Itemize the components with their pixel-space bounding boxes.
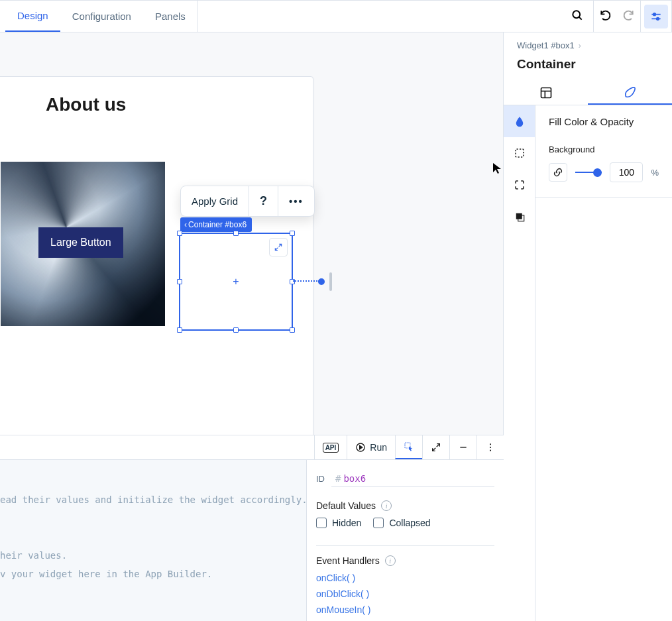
events-heading: Event Handlers i bbox=[316, 555, 494, 566]
help-button[interactable]: ? bbox=[249, 186, 278, 216]
undo-icon[interactable] bbox=[599, 9, 612, 24]
chevron-left-icon: ‹ bbox=[184, 220, 187, 229]
panel-tabs bbox=[504, 81, 672, 105]
id-field[interactable]: # box6 bbox=[331, 471, 494, 487]
event-onmousein[interactable]: onMouseIn( ) bbox=[316, 604, 494, 615]
api-icon: API bbox=[323, 443, 339, 453]
svg-line-7 bbox=[275, 248, 278, 251]
svg-line-17 bbox=[437, 444, 440, 447]
svg-line-18 bbox=[433, 448, 436, 451]
api-button[interactable]: API bbox=[314, 435, 347, 459]
fill-section: Fill Color & Opacity Background % bbox=[535, 105, 672, 198]
run-label: Run bbox=[370, 442, 387, 453]
slider-thumb[interactable] bbox=[593, 168, 602, 177]
inspector-panel: Widget1 #box1 › Container bbox=[504, 32, 672, 621]
resize-handle-nw[interactable] bbox=[177, 231, 182, 236]
rail-shadow[interactable] bbox=[504, 201, 535, 233]
event-ondblclick[interactable]: onDblClick( ) bbox=[316, 589, 494, 599]
bottom-panel: API Run ead their values and initialize … bbox=[0, 435, 504, 621]
chevron-right-icon: › bbox=[579, 41, 581, 50]
fill-section-title: Fill Color & Opacity bbox=[549, 116, 659, 127]
svg-marker-15 bbox=[360, 445, 363, 449]
info-icon[interactable]: i bbox=[385, 555, 396, 566]
code-editor[interactable]: ead their values and initialize the widg… bbox=[0, 460, 306, 621]
resize-handle-se[interactable] bbox=[290, 327, 295, 333]
rail-border[interactable] bbox=[504, 137, 535, 169]
more-actions-button[interactable] bbox=[476, 435, 504, 459]
bottom-toolbar: API Run bbox=[0, 435, 504, 460]
topbar-right bbox=[561, 1, 672, 32]
settings-sliders-icon[interactable] bbox=[644, 5, 668, 28]
undo-redo-group bbox=[593, 1, 640, 32]
tab-design[interactable]: Design bbox=[5, 1, 60, 32]
selection-chip-label: Container #box6 bbox=[188, 220, 247, 229]
more-icon: ••• bbox=[289, 196, 304, 207]
breadcrumb-item[interactable]: Widget1 #box1 bbox=[517, 40, 575, 50]
svg-rect-11 bbox=[516, 149, 524, 157]
top-bar: Design Configuration Panels bbox=[0, 0, 672, 32]
hidden-checkbox[interactable]: Hidden bbox=[316, 518, 361, 528]
svg-line-1 bbox=[579, 17, 582, 20]
svg-point-0 bbox=[573, 11, 580, 18]
tab-configuration[interactable]: Configuration bbox=[60, 1, 143, 32]
width-guide-handle[interactable] bbox=[329, 272, 332, 291]
id-hash: # bbox=[335, 473, 341, 484]
svg-point-4 bbox=[653, 13, 656, 15]
width-guide-dot[interactable] bbox=[318, 278, 325, 285]
svg-line-6 bbox=[279, 244, 282, 247]
defaults-heading: Default Values i bbox=[316, 500, 494, 511]
settings-group bbox=[640, 1, 672, 32]
selected-container[interactable]: + bbox=[179, 233, 293, 331]
expand-button[interactable] bbox=[422, 435, 449, 459]
color-link-button[interactable] bbox=[549, 163, 567, 182]
panel-title: Container bbox=[504, 53, 672, 81]
svg-point-5 bbox=[657, 17, 659, 20]
select-mode-button[interactable] bbox=[395, 435, 422, 459]
resize-handle-n[interactable] bbox=[233, 231, 239, 236]
rail-corners[interactable] bbox=[504, 169, 535, 201]
help-icon: ? bbox=[260, 194, 267, 208]
opacity-input[interactable] bbox=[610, 162, 643, 182]
checkbox-icon bbox=[316, 518, 327, 528]
zoom-group bbox=[561, 1, 593, 32]
layout-tab[interactable] bbox=[504, 81, 588, 105]
svg-point-20 bbox=[490, 443, 491, 445]
tab-panels[interactable]: Panels bbox=[143, 1, 197, 32]
apply-grid-button[interactable]: Apply Grid bbox=[181, 186, 249, 216]
rail-fill[interactable] bbox=[504, 105, 535, 137]
svg-point-22 bbox=[490, 450, 491, 451]
resize-handle-sw[interactable] bbox=[177, 327, 182, 333]
cursor-icon bbox=[492, 162, 502, 176]
more-button[interactable]: ••• bbox=[278, 186, 314, 216]
breadcrumb[interactable]: Widget1 #box1 › bbox=[504, 32, 672, 53]
event-onclick[interactable]: onClick( ) bbox=[316, 573, 494, 583]
width-guide-line bbox=[293, 280, 319, 282]
opacity-row: % bbox=[549, 162, 659, 182]
id-label: ID bbox=[316, 474, 325, 484]
collapsed-checkbox[interactable]: Collapsed bbox=[373, 518, 430, 528]
background-label: Background bbox=[549, 144, 659, 154]
opacity-slider[interactable] bbox=[575, 167, 602, 178]
page-heading: About us bbox=[46, 94, 126, 115]
tab-strip: Design Configuration Panels bbox=[0, 1, 198, 32]
search-icon[interactable] bbox=[571, 9, 584, 24]
redo-icon[interactable] bbox=[622, 9, 635, 24]
svg-point-21 bbox=[490, 447, 491, 448]
selection-chip[interactable]: ‹ Container #box6 bbox=[180, 217, 252, 232]
resize-handle-w[interactable] bbox=[177, 279, 182, 284]
design-tab[interactable] bbox=[588, 81, 672, 105]
design-canvas[interactable]: About us Large Button Apply Grid ? ••• ‹… bbox=[0, 32, 504, 435]
expand-selection-button[interactable] bbox=[269, 238, 288, 256]
info-icon[interactable]: i bbox=[381, 500, 392, 511]
section-rail bbox=[504, 105, 535, 621]
svg-rect-8 bbox=[541, 88, 551, 98]
resize-handle-s[interactable] bbox=[233, 327, 239, 333]
id-value: box6 bbox=[343, 473, 366, 484]
minimize-button[interactable] bbox=[449, 435, 476, 459]
opacity-unit: % bbox=[651, 168, 659, 178]
run-button[interactable]: Run bbox=[347, 435, 395, 459]
svg-rect-12 bbox=[516, 213, 522, 219]
add-content-icon[interactable]: + bbox=[233, 276, 239, 288]
large-button[interactable]: Large Button bbox=[38, 227, 123, 258]
resize-handle-ne[interactable] bbox=[290, 231, 295, 236]
